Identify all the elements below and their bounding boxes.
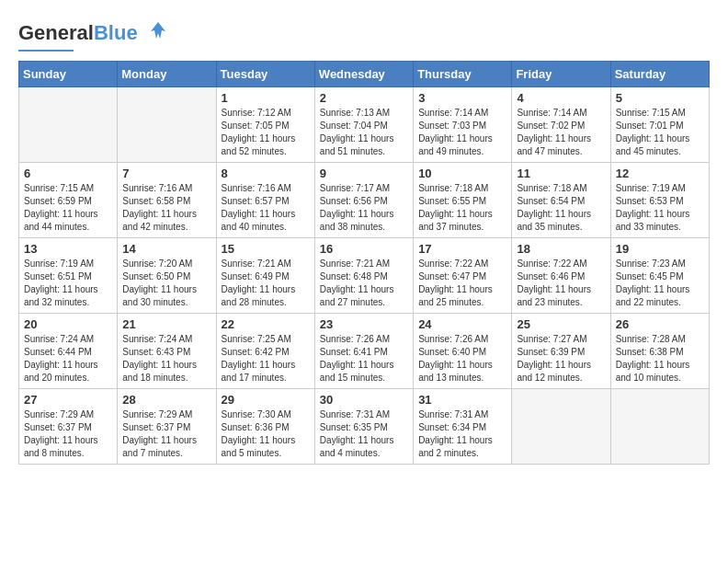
cell-info: Sunrise: 7:16 AM Sunset: 6:57 PM Dayligh… [222, 182, 310, 234]
calendar-cell: 5 Sunrise: 7:15 AM Sunset: 7:01 PM Dayli… [610, 87, 709, 163]
calendar-cell: 23 Sunrise: 7:26 AM Sunset: 6:41 PM Dayl… [314, 314, 413, 389]
cell-info: Sunrise: 7:28 AM Sunset: 6:38 PM Dayligh… [616, 333, 704, 385]
day-number: 5 [616, 91, 704, 105]
day-number: 8 [222, 167, 310, 180]
day-number: 22 [222, 317, 310, 331]
day-number: 2 [320, 91, 408, 105]
day-number: 9 [320, 167, 408, 180]
logo-bird-icon [145, 18, 171, 44]
week-row-3: 20 Sunrise: 7:24 AM Sunset: 6:44 PM Dayl… [19, 314, 710, 389]
cell-info: Sunrise: 7:24 AM Sunset: 6:43 PM Dayligh… [122, 333, 210, 385]
col-header-monday: Monday [118, 62, 216, 87]
day-number: 7 [122, 167, 210, 180]
cell-info: Sunrise: 7:22 AM Sunset: 6:47 PM Dayligh… [418, 258, 506, 309]
calendar-cell: 18 Sunrise: 7:22 AM Sunset: 6:46 PM Dayl… [512, 238, 610, 314]
cell-info: Sunrise: 7:12 AM Sunset: 7:05 PM Dayligh… [222, 107, 310, 158]
cell-info: Sunrise: 7:30 AM Sunset: 6:36 PM Dayligh… [222, 408, 310, 460]
calendar-cell: 21 Sunrise: 7:24 AM Sunset: 6:43 PM Dayl… [118, 314, 216, 389]
cell-info: Sunrise: 7:20 AM Sunset: 6:50 PM Dayligh… [122, 258, 210, 309]
cell-info: Sunrise: 7:31 AM Sunset: 6:34 PM Dayligh… [418, 408, 506, 460]
cell-info: Sunrise: 7:31 AM Sunset: 6:35 PM Dayligh… [320, 408, 408, 460]
day-number: 15 [222, 242, 310, 256]
calendar-cell: 10 Sunrise: 7:18 AM Sunset: 6:55 PM Dayl… [414, 163, 512, 238]
day-number: 28 [122, 393, 210, 407]
logo-blue: Blue [94, 21, 138, 44]
cell-info: Sunrise: 7:16 AM Sunset: 6:58 PM Dayligh… [122, 182, 210, 234]
day-number: 30 [320, 393, 408, 407]
calendar-cell [19, 87, 118, 163]
calendar-cell: 22 Sunrise: 7:25 AM Sunset: 6:42 PM Dayl… [216, 314, 314, 389]
cell-info: Sunrise: 7:21 AM Sunset: 6:48 PM Dayligh… [320, 258, 408, 309]
calendar-header-row: SundayMondayTuesdayWednesdayThursdayFrid… [19, 62, 710, 87]
calendar-cell: 3 Sunrise: 7:14 AM Sunset: 7:03 PM Dayli… [414, 87, 512, 163]
day-number: 23 [320, 317, 408, 331]
calendar-cell: 17 Sunrise: 7:22 AM Sunset: 6:47 PM Dayl… [414, 238, 512, 314]
col-header-tuesday: Tuesday [216, 62, 314, 87]
calendar-cell: 6 Sunrise: 7:15 AM Sunset: 6:59 PM Dayli… [19, 163, 118, 238]
day-number: 16 [320, 242, 408, 256]
calendar-cell: 2 Sunrise: 7:13 AM Sunset: 7:04 PM Dayli… [314, 87, 413, 163]
cell-info: Sunrise: 7:29 AM Sunset: 6:37 PM Dayligh… [122, 408, 210, 460]
calendar-cell: 7 Sunrise: 7:16 AM Sunset: 6:58 PM Dayli… [118, 163, 216, 238]
cell-info: Sunrise: 7:24 AM Sunset: 6:44 PM Dayligh… [24, 333, 112, 385]
day-number: 12 [616, 167, 704, 180]
day-number: 10 [418, 167, 506, 180]
calendar-cell: 30 Sunrise: 7:31 AM Sunset: 6:35 PM Dayl… [314, 389, 413, 465]
calendar-cell: 8 Sunrise: 7:16 AM Sunset: 6:57 PM Dayli… [216, 163, 314, 238]
calendar-cell: 1 Sunrise: 7:12 AM Sunset: 7:05 PM Dayli… [216, 87, 314, 163]
cell-info: Sunrise: 7:21 AM Sunset: 6:49 PM Dayligh… [222, 258, 310, 309]
cell-info: Sunrise: 7:27 AM Sunset: 6:39 PM Dayligh… [517, 333, 605, 385]
cell-info: Sunrise: 7:22 AM Sunset: 6:46 PM Dayligh… [517, 258, 605, 309]
day-number: 1 [222, 91, 310, 105]
calendar-cell: 14 Sunrise: 7:20 AM Sunset: 6:50 PM Dayl… [118, 238, 216, 314]
calendar-cell: 15 Sunrise: 7:21 AM Sunset: 6:49 PM Dayl… [216, 238, 314, 314]
cell-info: Sunrise: 7:26 AM Sunset: 6:41 PM Dayligh… [320, 333, 408, 385]
cell-info: Sunrise: 7:15 AM Sunset: 6:59 PM Dayligh… [24, 182, 112, 234]
week-row-2: 13 Sunrise: 7:19 AM Sunset: 6:51 PM Dayl… [19, 238, 710, 314]
col-header-thursday: Thursday [414, 62, 512, 87]
calendar-cell: 16 Sunrise: 7:21 AM Sunset: 6:48 PM Dayl… [314, 238, 413, 314]
day-number: 18 [517, 242, 605, 256]
week-row-0: 1 Sunrise: 7:12 AM Sunset: 7:05 PM Dayli… [19, 87, 710, 163]
calendar-cell: 11 Sunrise: 7:18 AM Sunset: 6:54 PM Dayl… [512, 163, 610, 238]
col-header-friday: Friday [512, 62, 610, 87]
page-header: GeneralBlue [18, 18, 710, 52]
day-number: 3 [418, 91, 506, 105]
col-header-sunday: Sunday [19, 62, 118, 87]
day-number: 13 [24, 242, 112, 256]
day-number: 24 [418, 317, 506, 331]
day-number: 31 [418, 393, 506, 407]
day-number: 11 [517, 167, 605, 180]
calendar-cell: 28 Sunrise: 7:29 AM Sunset: 6:37 PM Dayl… [118, 389, 216, 465]
cell-info: Sunrise: 7:29 AM Sunset: 6:37 PM Dayligh… [24, 408, 112, 460]
svg-marker-0 [151, 22, 165, 39]
cell-info: Sunrise: 7:14 AM Sunset: 7:02 PM Dayligh… [517, 107, 605, 158]
calendar-cell: 13 Sunrise: 7:19 AM Sunset: 6:51 PM Dayl… [19, 238, 118, 314]
cell-info: Sunrise: 7:26 AM Sunset: 6:40 PM Dayligh… [418, 333, 506, 385]
day-number: 6 [24, 167, 112, 180]
logo: GeneralBlue [18, 18, 171, 52]
day-number: 21 [122, 317, 210, 331]
cell-info: Sunrise: 7:19 AM Sunset: 6:51 PM Dayligh… [24, 258, 112, 309]
calendar-cell: 27 Sunrise: 7:29 AM Sunset: 6:37 PM Dayl… [19, 389, 118, 465]
day-number: 25 [517, 317, 605, 331]
col-header-saturday: Saturday [610, 62, 709, 87]
day-number: 19 [616, 242, 704, 256]
calendar-cell [610, 389, 709, 465]
cell-info: Sunrise: 7:18 AM Sunset: 6:54 PM Dayligh… [517, 182, 605, 234]
calendar-cell: 19 Sunrise: 7:23 AM Sunset: 6:45 PM Dayl… [610, 238, 709, 314]
calendar-cell: 20 Sunrise: 7:24 AM Sunset: 6:44 PM Dayl… [19, 314, 118, 389]
calendar-cell: 29 Sunrise: 7:30 AM Sunset: 6:36 PM Dayl… [216, 389, 314, 465]
cell-info: Sunrise: 7:14 AM Sunset: 7:03 PM Dayligh… [418, 107, 506, 158]
calendar-cell: 26 Sunrise: 7:28 AM Sunset: 6:38 PM Dayl… [610, 314, 709, 389]
cell-info: Sunrise: 7:13 AM Sunset: 7:04 PM Dayligh… [320, 107, 408, 158]
calendar-cell [118, 87, 216, 163]
cell-info: Sunrise: 7:23 AM Sunset: 6:45 PM Dayligh… [616, 258, 704, 309]
calendar-cell: 25 Sunrise: 7:27 AM Sunset: 6:39 PM Dayl… [512, 314, 610, 389]
day-number: 20 [24, 317, 112, 331]
day-number: 26 [616, 317, 704, 331]
cell-info: Sunrise: 7:19 AM Sunset: 6:53 PM Dayligh… [616, 182, 704, 234]
day-number: 29 [222, 393, 310, 407]
day-number: 27 [24, 393, 112, 407]
week-row-4: 27 Sunrise: 7:29 AM Sunset: 6:37 PM Dayl… [19, 389, 710, 465]
